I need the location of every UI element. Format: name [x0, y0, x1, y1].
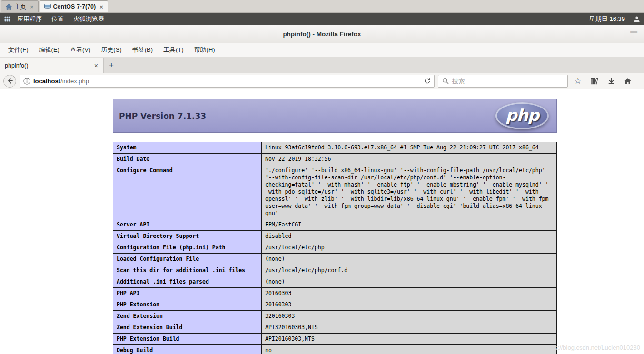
desktop-menu-item[interactable]: 火狐浏览器 — [69, 13, 109, 25]
row-value: no — [262, 345, 557, 354]
menubar-item[interactable]: 书签(B) — [127, 44, 158, 56]
row-label: Configuration File (php.ini) Path — [113, 242, 262, 254]
row-label: Scan this dir for additional .ini files — [113, 265, 262, 276]
row-value: /usr/local/etc/php/conf.d — [262, 265, 557, 276]
nav-toolbar: localhost/index.php ☆ — [0, 73, 644, 89]
search-icon — [442, 78, 449, 84]
table-row: PHP API 20160303 — [113, 288, 557, 299]
site-info-icon[interactable] — [23, 78, 30, 85]
table-row: Virtual Directory Support disabled — [113, 231, 557, 242]
browser-viewport: PHP Version 7.1.33 php System Linux 93af… — [0, 89, 644, 354]
user-icon[interactable] — [634, 16, 640, 22]
clock[interactable]: 星期日 16:39 — [585, 15, 629, 23]
row-label: Additional .ini files parsed — [113, 276, 262, 288]
bookmark-star-button[interactable]: ☆ — [571, 74, 585, 88]
row-value: './configure' '--build=x86_64-linux-gnu'… — [262, 165, 557, 219]
menubar-item[interactable]: 历史(S) — [96, 44, 127, 56]
close-icon[interactable]: × — [30, 3, 34, 10]
url-bar[interactable]: localhost/index.php — [20, 75, 435, 88]
download-arrow-icon — [608, 78, 615, 85]
applications-icon — [4, 16, 10, 22]
table-row: Scan this dir for additional .ini files … — [113, 265, 557, 276]
browser-tabbar: phpinfo() × + — [0, 57, 644, 73]
menubar-item[interactable]: 编辑(E) — [34, 44, 65, 56]
table-row: Zend Extension Build API320160303,NTS — [113, 322, 557, 334]
row-value: Nov 22 2019 18:32:56 — [262, 154, 557, 165]
table-row: Server API FPM/FastCGI — [113, 219, 557, 231]
menubar-item[interactable]: 文件(F) — [3, 44, 34, 56]
php-logo-icon: php — [495, 102, 549, 129]
table-row: Configuration File (php.ini) Path /usr/l… — [113, 242, 557, 254]
menubar: 文件(F)编辑(E)查看(V)历史(S)书签(B)工具(T)帮助(H) — [0, 43, 644, 57]
table-row: Configure Command './configure' '--build… — [113, 165, 557, 219]
window-titlebar: phpinfo() - Mozilla Firefox — — [0, 25, 644, 43]
table-row: PHP Extension 20160303 — [113, 299, 557, 311]
url-text: localhost/index.php — [33, 78, 89, 85]
row-value: (none) — [262, 276, 557, 288]
menubar-item[interactable]: 查看(V) — [65, 44, 96, 56]
library-icon — [591, 78, 598, 85]
menubar-item[interactable]: 帮助(H) — [189, 44, 220, 56]
url-host: localhost — [33, 78, 60, 85]
page-title: PHP Version 7.1.33 — [119, 111, 206, 121]
minimize-button[interactable]: — — [630, 28, 637, 36]
vm-console-tabbar: 主页 × CentOS 7-7(70) × — [0, 0, 644, 13]
vm-tab-home[interactable]: 主页 × — [1, 0, 39, 12]
monitor-icon — [44, 4, 51, 10]
home-button[interactable] — [621, 74, 634, 88]
row-label: Configure Command — [113, 165, 262, 219]
table-row: Debug Build no — [113, 345, 557, 354]
row-value: API320160303,NTS — [262, 322, 557, 334]
row-value: FPM/FastCGI — [262, 219, 557, 231]
search-input[interactable] — [452, 78, 564, 85]
vm-tab-centos[interactable]: CentOS 7-7(70) × — [40, 0, 108, 12]
url-path: /index.php — [60, 78, 89, 85]
row-value: Linux 93af6c19fd0d 3.10.0-693.el7.x86_64… — [262, 142, 557, 154]
back-button[interactable] — [3, 75, 16, 88]
phpinfo-table: System Linux 93af6c19fd0d 3.10.0-693.el7… — [113, 142, 557, 354]
row-value: /usr/local/etc/php — [262, 242, 557, 254]
desktop-menu-item[interactable]: 位置 — [47, 13, 69, 25]
phpinfo-page: PHP Version 7.1.33 php System Linux 93af… — [113, 99, 557, 354]
row-label: PHP Extension Build — [113, 334, 262, 345]
desktop-top-bar: 应用程序位置火狐浏览器 星期日 16:39 — [0, 13, 644, 25]
table-row: Loaded Configuration File (none) — [113, 254, 557, 265]
browser-tab-phpinfo[interactable]: phpinfo() × — [0, 58, 104, 73]
table-row: Build Date Nov 22 2019 18:32:56 — [113, 154, 557, 165]
table-row: Zend Extension 320160303 — [113, 311, 557, 322]
row-label: Build Date — [113, 154, 262, 165]
close-icon[interactable]: × — [93, 62, 99, 69]
row-value: (none) — [262, 254, 557, 265]
row-label: Zend Extension Build — [113, 322, 262, 334]
divider — [421, 77, 421, 85]
download-button[interactable] — [604, 74, 618, 88]
screen: 主页 × CentOS 7-7(70) × 应用程序位置火狐浏览器 星期日 16… — [0, 0, 644, 354]
close-icon[interactable]: × — [99, 3, 103, 10]
menubar-item[interactable]: 工具(T) — [158, 44, 189, 56]
row-label: PHP API — [113, 288, 262, 299]
vm-tab-label: 主页 — [14, 3, 26, 11]
row-value: 20160303 — [262, 299, 557, 311]
search-bar[interactable] — [438, 75, 568, 88]
row-label: Debug Build — [113, 345, 262, 354]
tab-title: phpinfo() — [5, 62, 93, 69]
table-row: PHP Extension Build API20160303,NTS — [113, 334, 557, 345]
row-label: PHP Extension — [113, 299, 262, 311]
star-icon: ☆ — [574, 77, 582, 85]
row-value: API20160303,NTS — [262, 334, 557, 345]
row-label: Server API — [113, 219, 262, 231]
library-button[interactable] — [588, 74, 601, 88]
row-label: Loaded Configuration File — [113, 254, 262, 265]
back-arrow-icon — [7, 78, 13, 84]
row-value: 20160303 — [262, 288, 557, 299]
window-title: phpinfo() - Mozilla Firefox — [283, 30, 361, 38]
row-label: Virtual Directory Support — [113, 231, 262, 242]
row-value: disabled — [262, 231, 557, 242]
desktop-menu-item[interactable]: 应用程序 — [12, 13, 47, 25]
phpinfo-header: PHP Version 7.1.33 php — [113, 99, 557, 133]
reload-icon[interactable] — [424, 78, 431, 84]
table-row: System Linux 93af6c19fd0d 3.10.0-693.el7… — [113, 142, 557, 154]
new-tab-button[interactable]: + — [105, 59, 118, 72]
vm-tab-label: CentOS 7-7(70) — [53, 3, 96, 10]
row-value: 320160303 — [262, 311, 557, 322]
